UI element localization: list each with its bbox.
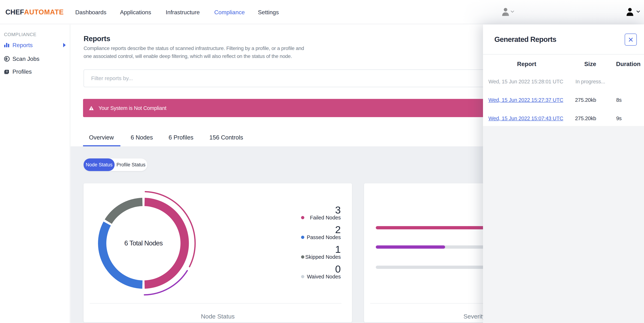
svg-text:6 Total Nodes: 6 Total Nodes <box>124 240 163 247</box>
